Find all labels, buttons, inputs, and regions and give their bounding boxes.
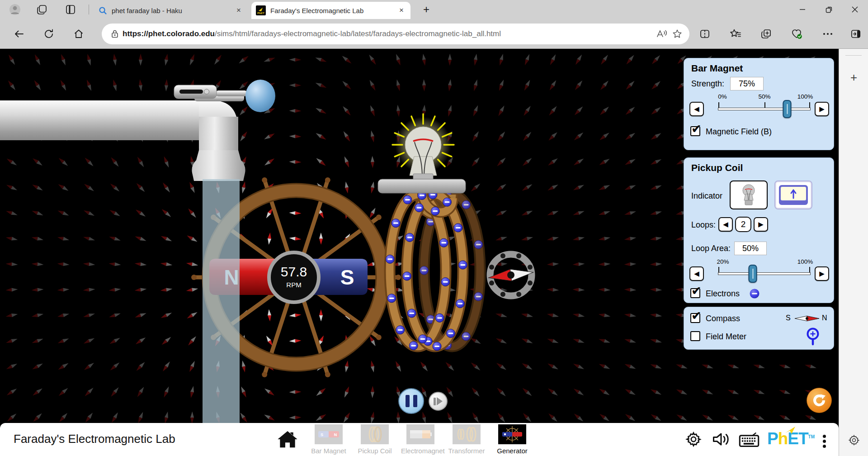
browser-chrome: phet faraday lab - Haku × PhET Faraday's…	[0, 0, 868, 49]
tab-close-button[interactable]: ×	[397, 6, 406, 15]
phet-navigation-bar: Faraday's Electromagnetic Lab S N Bar Ma…	[0, 423, 839, 456]
sound-button[interactable]	[712, 431, 731, 447]
split-screen-button[interactable]	[697, 26, 712, 42]
faucet-blue-knob[interactable]	[245, 80, 275, 112]
phet-menu-button[interactable]	[823, 433, 826, 450]
flow-slider-slot	[179, 90, 203, 94]
strength-slider-track[interactable]	[718, 108, 811, 110]
checkmark: ✔	[691, 309, 702, 323]
checkmark: ✔	[691, 284, 702, 298]
simulation-area: N S 57.8 RPM	[0, 49, 839, 456]
tab-groups-icon	[37, 4, 47, 15]
compass-needle-icon	[794, 314, 820, 323]
read-aloud-icon	[656, 29, 668, 39]
edge-sidebar-strip: +	[839, 49, 868, 456]
indicator-lightbulb-button[interactable]	[730, 180, 768, 209]
tab-faraday[interactable]: PhET Faraday's Electromagnetic Lab ×	[251, 2, 410, 19]
bulb-base-plate	[378, 179, 466, 193]
favorites-button[interactable]	[728, 26, 743, 42]
screen-pickup-coil[interactable]: Pickup Coil	[355, 424, 394, 455]
settings-menu-button[interactable]	[820, 26, 835, 42]
strength-increase-button[interactable]: ▶	[815, 102, 829, 116]
rpm-value: 57.8	[281, 264, 307, 279]
sim-title: Faraday's Electromagnetic Lab	[14, 432, 175, 446]
generator-thumbnail	[498, 424, 526, 444]
field-meter-label: Field Meter	[706, 332, 746, 342]
address-bar[interactable]: https://phet.colorado.edu/sims/html/fara…	[102, 24, 689, 44]
browser-essentials-icon	[791, 28, 803, 39]
home-button[interactable]	[71, 26, 86, 42]
lock-icon[interactable]	[107, 26, 123, 42]
tab-strip: phet faraday lab - Haku × PhET Faraday's…	[0, 0, 868, 19]
voltmeter-icon	[778, 185, 808, 205]
loop-area-slider-track[interactable]	[718, 272, 811, 275]
panel-title: Pickup Coil	[691, 162, 743, 173]
favorite-page-button[interactable]	[670, 26, 685, 42]
collections-button[interactable]	[759, 26, 774, 42]
transformer-thumbnail	[453, 424, 481, 444]
flow-slider-knob[interactable]	[204, 89, 209, 94]
reset-all-button[interactable]	[807, 388, 832, 413]
sidebar-toggle-button[interactable]	[848, 26, 863, 42]
screen-label: Transformer	[447, 447, 486, 455]
vertical-tabs-icon	[65, 4, 76, 15]
faucet-spout-bell	[192, 150, 245, 181]
electrons-label: Electrons	[706, 289, 740, 299]
compass[interactable]	[488, 253, 534, 297]
profile-avatar[interactable]	[9, 4, 21, 15]
indicator-voltmeter-button[interactable]	[774, 180, 812, 209]
tab-title: phet faraday lab - Haku	[112, 7, 182, 14]
pause-button[interactable]	[398, 388, 424, 414]
electron-icon	[749, 288, 760, 299]
screen-electromagnet[interactable]: Electromagnet	[401, 424, 440, 455]
screen-label: Electromagnet	[401, 447, 440, 455]
restore-button[interactable]	[816, 0, 842, 19]
vertical-tabs-button[interactable]	[65, 4, 76, 15]
refresh-icon	[43, 28, 54, 39]
screen-transformer[interactable]: Transformer	[447, 424, 486, 455]
star-icon	[672, 29, 682, 39]
loops-decrease-button[interactable]: ◀	[718, 217, 733, 232]
loop-area-slider-thumb[interactable]	[749, 265, 757, 283]
refresh-button[interactable]	[41, 26, 57, 42]
tab-search[interactable]: phet faraday lab - Haku ×	[94, 2, 248, 19]
screen-generator[interactable]: Generator	[493, 424, 532, 455]
preferences-gear-button[interactable]	[685, 430, 702, 448]
loop-area-decrease-button[interactable]: ◀	[689, 266, 704, 281]
close-window-button[interactable]	[842, 0, 868, 19]
tab-close-button[interactable]: ×	[234, 6, 243, 15]
tick-label-50: 50%	[758, 93, 770, 100]
keyboard-shortcuts-button[interactable]	[739, 432, 760, 447]
window-controls	[789, 0, 868, 19]
browser-toolbar: https://phet.colorado.edu/sims/html/fara…	[0, 19, 868, 49]
sidebar-toggle-icon	[850, 28, 861, 39]
minimize-button[interactable]	[789, 0, 816, 19]
pickup-coil-panel: Pickup Coil Indicator Loops: ◀	[684, 157, 834, 303]
strength-decrease-button[interactable]: ◀	[689, 102, 704, 116]
loops-increase-button[interactable]: ▶	[754, 217, 768, 232]
new-tab-button[interactable]: +	[420, 4, 432, 15]
strength-slider-thumb[interactable]	[783, 100, 792, 118]
sidebar-divider	[845, 55, 862, 56]
magnetic-field-checkbox[interactable]: ✔	[690, 126, 700, 136]
url-text[interactable]: https://phet.colorado.edu/sims/html/fara…	[123, 29, 654, 38]
step-forward-button[interactable]	[429, 392, 448, 411]
workspaces-icon[interactable]	[36, 4, 48, 15]
sidebar-add-button[interactable]: +	[839, 71, 868, 85]
browser-essentials-button[interactable]	[789, 26, 805, 42]
compass-checkbox[interactable]: ✔	[690, 313, 700, 323]
favorites-icon	[730, 28, 741, 39]
screen-bar-magnet[interactable]: S N Bar Magnet	[309, 424, 348, 455]
read-aloud-button[interactable]	[654, 26, 670, 42]
strength-value[interactable]: 75%	[730, 77, 764, 90]
electrons-checkbox[interactable]: ✔	[690, 288, 700, 298]
indicator-label: Indicator	[691, 191, 722, 201]
field-meter-checkbox[interactable]: ✔	[690, 331, 700, 341]
back-button[interactable]	[11, 26, 27, 42]
home-screen-button[interactable]	[278, 431, 297, 448]
pickup-coil[interactable]	[386, 190, 483, 351]
pickup-coil-thumbnail	[361, 424, 389, 444]
sidebar-settings-gear-button[interactable]	[848, 434, 860, 446]
faucet	[0, 80, 275, 181]
loop-area-increase-button[interactable]: ▶	[815, 266, 829, 281]
